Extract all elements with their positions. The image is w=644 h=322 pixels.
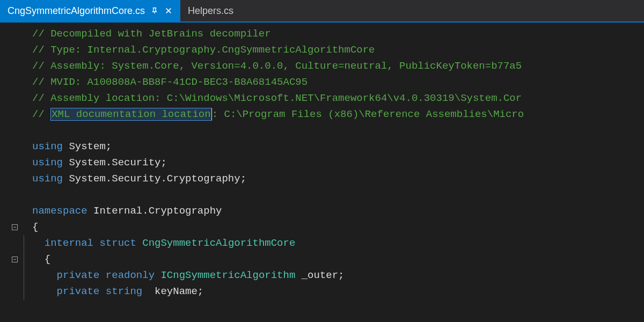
field-name: keyName; — [142, 286, 203, 297]
keyword: struct — [93, 237, 136, 249]
text-selection: XML documentation location — [50, 108, 211, 121]
code-line: // Assembly location: C:\Windows\Microso… — [0, 90, 644, 106]
code-line — [0, 187, 644, 203]
comment-text: // Decompiled with JetBrains decompiler — [32, 28, 271, 40]
comment-text: // MVID: A100808A-BB8F-41CD-BEC3-B8A6814… — [32, 76, 308, 88]
keyword: using — [32, 157, 63, 169]
gutter — [0, 219, 30, 235]
keyword: using — [32, 173, 63, 185]
keyword: internal — [32, 237, 93, 249]
code-line: using System.Security; — [0, 155, 644, 171]
code-line: namespace Internal.Cryptography — [0, 203, 644, 219]
indent-guide — [24, 267, 24, 283]
code-line: private readonly ICngSymmetricAlgorithm … — [0, 267, 644, 283]
tab-active[interactable]: CngSymmetricAlgorithmCore.cs — [0, 0, 180, 21]
type-name: CngSymmetricAlgorithmCore — [136, 237, 295, 249]
keyword: namespace — [32, 205, 87, 217]
brace: { — [32, 221, 38, 233]
code-line: { — [0, 219, 644, 235]
comment-text: // — [32, 108, 50, 120]
fold-toggle[interactable] — [12, 224, 18, 230]
code-line — [0, 122, 644, 138]
code-line: // Type: Internal.Cryptography.CngSymmet… — [0, 42, 644, 58]
comment-text: // Assembly location: C:\Windows\Microso… — [32, 92, 522, 104]
tab-bar: CngSymmetricAlgorithmCore.cs Helpers.cs — [0, 0, 644, 23]
code-line: // Assembly: System.Core, Version=4.0.0.… — [0, 58, 644, 74]
gutter — [0, 235, 30, 251]
comment-text: // Assembly: System.Core, Version=4.0.0.… — [32, 60, 522, 72]
namespace-name: Internal.Cryptography — [87, 205, 222, 217]
type-name: string — [99, 286, 142, 297]
code-line: // Decompiled with JetBrains decompiler — [0, 26, 644, 42]
using-target: System.Security.Cryptography; — [63, 173, 246, 185]
code-line: // MVID: A100808A-BB8F-41CD-BEC3-B8A6814… — [0, 74, 644, 90]
code-editor[interactable]: // Decompiled with JetBrains decompiler … — [0, 23, 644, 322]
comment-text: : C:\Program Files (x86)\Reference Assem… — [212, 108, 524, 120]
type-name: ICngSymmetricAlgorithm — [155, 269, 295, 281]
code-line: using System; — [0, 138, 644, 155]
close-icon[interactable] — [164, 6, 173, 15]
code-line: using System.Security.Cryptography; — [0, 171, 644, 187]
code-line: internal struct CngSymmetricAlgorithmCor… — [0, 235, 644, 251]
indent-guide — [24, 235, 24, 251]
using-target: System.Security; — [63, 157, 167, 169]
keyword: using — [32, 141, 63, 152]
code-line: private string keyName; — [0, 283, 644, 299]
code-line: // XML documentation location: C:\Progra… — [0, 106, 644, 122]
keyword: private — [32, 286, 99, 297]
keyword: readonly — [99, 269, 155, 281]
fold-toggle[interactable] — [12, 257, 18, 262]
indent-guide — [24, 283, 24, 299]
pin-icon[interactable] — [150, 6, 159, 15]
comment-text: // Type: Internal.Cryptography.CngSymmet… — [32, 44, 375, 56]
keyword: private — [32, 269, 99, 281]
tab-label-inactive: Helpers.cs — [188, 5, 233, 17]
brace: { — [32, 253, 50, 265]
field-name: _outer; — [295, 269, 344, 281]
gutter — [0, 267, 30, 283]
tab-label-active: CngSymmetricAlgorithmCore.cs — [8, 5, 145, 17]
using-target: System; — [63, 141, 112, 152]
gutter — [0, 283, 30, 299]
tab-inactive[interactable]: Helpers.cs — [180, 0, 241, 21]
code-line: { — [0, 251, 644, 267]
indent-guide — [24, 251, 24, 267]
gutter — [0, 251, 30, 267]
